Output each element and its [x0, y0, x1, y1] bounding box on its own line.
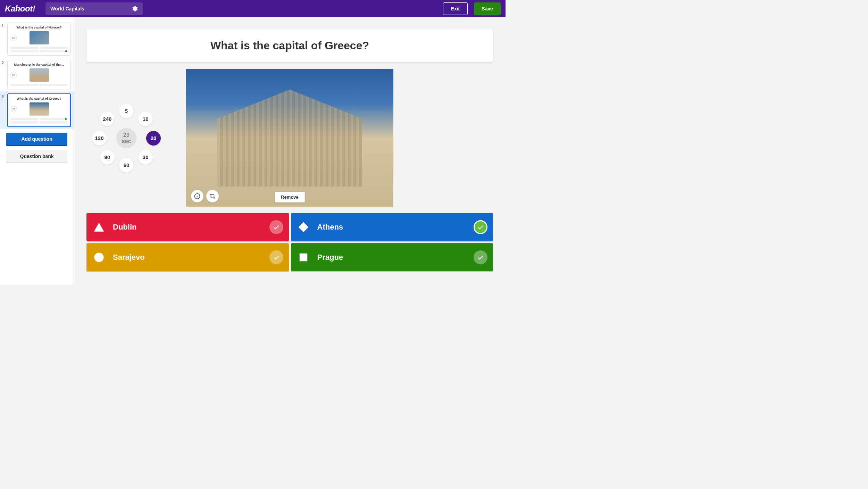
circle-icon [92, 250, 106, 264]
answer-correct-toggle[interactable] [269, 220, 283, 234]
thumb-image [30, 102, 49, 116]
timer-option-10[interactable]: 10 [138, 111, 153, 126]
svg-marker-4 [298, 222, 308, 232]
svg-rect-6 [299, 253, 307, 261]
thumb-answer [40, 84, 68, 86]
main-editor: What is the capital of Greece? 20 sec 51… [74, 17, 506, 285]
thumb-answer [40, 47, 68, 49]
thumb-answer [40, 121, 67, 124]
thumb-answer [10, 47, 39, 49]
answer-3[interactable]: Prague [291, 243, 493, 271]
thumb-title: Manchester is the capital of the ... [10, 63, 68, 66]
question-input[interactable]: What is the capital of Greece? [86, 30, 493, 62]
header: Kahoot! World Capitals Exit Save [0, 0, 506, 17]
thumb-number: 2 [2, 60, 5, 89]
timer-value: 20 [123, 132, 130, 138]
thumb-answer [40, 118, 67, 120]
answer-text[interactable]: Sarajevo [113, 253, 262, 262]
answer-0[interactable]: Dublin [86, 213, 289, 241]
thumb-card: Manchester is the capital of the ...20 [7, 60, 71, 89]
gear-icon[interactable] [131, 5, 138, 12]
answers-grid: DublinAthensSarajevoPrague [86, 213, 493, 271]
answer-text[interactable]: Dublin [113, 223, 262, 232]
thumb-time: 20 [10, 35, 17, 41]
question-image[interactable]: Remove [186, 69, 393, 207]
timer-option-60[interactable]: 60 [119, 158, 134, 173]
answer-text[interactable]: Prague [317, 253, 467, 262]
quiz-title-box[interactable]: World Capitals [45, 2, 143, 15]
thumb-answer [10, 84, 39, 86]
image-info-button[interactable] [191, 190, 203, 202]
answer-correct-toggle[interactable] [474, 220, 487, 234]
slide-thumb-2[interactable]: 2Manchester is the capital of the ...20 [0, 58, 74, 91]
thumb-title: What is the capital of Greece? [11, 97, 67, 100]
thumb-answers [10, 84, 68, 86]
thumb-card: What is the capital of Greece?20 [7, 93, 71, 127]
save-button[interactable]: Save [474, 2, 501, 15]
thumb-answers [10, 47, 68, 52]
timer-option-5[interactable]: 5 [119, 104, 134, 118]
slide-thumb-1[interactable]: 1What is the capital of Norway?20 [0, 20, 74, 58]
svg-point-5 [94, 252, 103, 262]
add-question-button[interactable]: Add question [6, 133, 67, 145]
answer-2[interactable]: Sarajevo [86, 243, 289, 271]
image-crop-button[interactable] [206, 190, 219, 202]
timer-option-240[interactable]: 240 [100, 111, 115, 126]
thumb-answer [11, 118, 39, 120]
timer-unit: sec [122, 138, 131, 144]
thumb-image [30, 68, 49, 82]
thumb-time: 20 [10, 72, 17, 78]
answer-1[interactable]: Athens [291, 213, 493, 241]
thumb-number: 3 [2, 93, 5, 127]
thumb-answers [11, 118, 67, 124]
svg-marker-3 [94, 223, 104, 232]
timer-option-120[interactable]: 120 [92, 131, 107, 146]
exit-button[interactable]: Exit [443, 2, 468, 15]
thumb-image [30, 31, 49, 44]
timer-wheel: 20 sec 51020306090120240 [86, 98, 166, 178]
thumb-card: What is the capital of Norway?20 [7, 23, 71, 56]
thumb-answer [11, 121, 39, 124]
timer-option-90[interactable]: 90 [100, 150, 115, 165]
quiz-title: World Capitals [50, 6, 84, 11]
timer-option-20[interactable]: 20 [146, 131, 161, 146]
logo: Kahoot! [5, 4, 42, 14]
question-bank-button[interactable]: Question bank [6, 150, 67, 163]
diamond-icon [297, 220, 310, 234]
slide-thumb-3[interactable]: 3What is the capital of Greece?20 [0, 91, 74, 129]
answer-text[interactable]: Athens [317, 223, 467, 232]
sidebar: 1What is the capital of Norway?202Manche… [0, 17, 74, 285]
answer-correct-toggle[interactable] [474, 250, 487, 264]
triangle-icon [92, 220, 106, 234]
timer-option-30[interactable]: 30 [138, 150, 153, 165]
thumb-answer [10, 50, 39, 52]
square-icon [297, 250, 310, 264]
thumb-answer [40, 50, 68, 52]
remove-image-button[interactable]: Remove [275, 192, 305, 202]
answer-correct-toggle[interactable] [269, 250, 283, 264]
thumb-title: What is the capital of Norway? [10, 26, 68, 29]
timer-center: 20 sec [116, 128, 136, 148]
thumb-number: 1 [2, 23, 5, 56]
thumb-time: 20 [11, 106, 17, 112]
